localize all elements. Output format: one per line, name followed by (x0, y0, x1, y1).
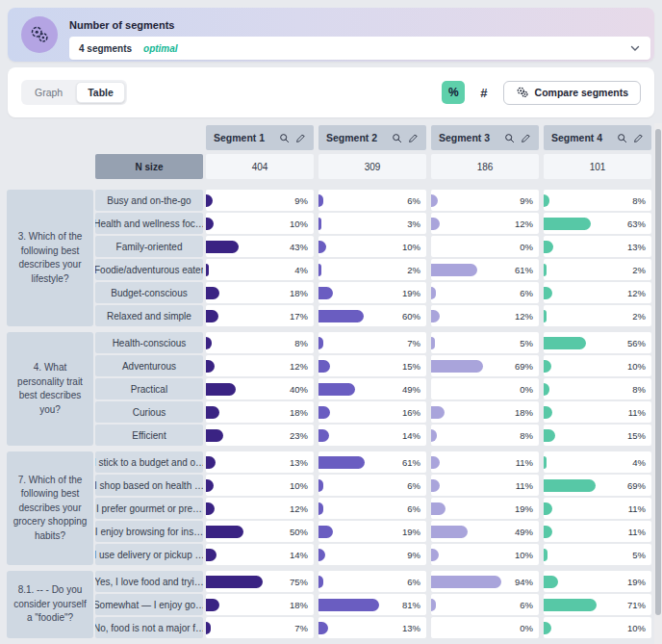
question-cell: 8.1. -- - Do you consider yourself a "fo… (7, 571, 93, 638)
search-icon[interactable] (279, 133, 290, 143)
bar (431, 576, 501, 588)
percent-cell: 11% (544, 498, 651, 519)
percent-value: 6% (407, 480, 420, 491)
segments-badge (21, 16, 58, 53)
number-of-segments-card: Number of segments 4 segments optimal (8, 8, 654, 62)
percent-cell: 4% (544, 451, 651, 473)
toggle-graph[interactable]: Graph (23, 82, 74, 103)
percent-value: 12% (515, 219, 533, 229)
percent-cell: 10% (206, 475, 314, 496)
percent-value: 8% (632, 384, 646, 395)
row-label: I enjoy browsing for ins… (95, 521, 203, 542)
percent-value: 12% (290, 503, 308, 514)
bar (318, 218, 321, 230)
bar (206, 479, 214, 492)
percent-value: 10% (627, 361, 646, 372)
percent-value: 0% (520, 242, 533, 252)
percent-value: 4% (294, 265, 308, 275)
bar (544, 576, 558, 588)
percent-cell: 19% (318, 282, 426, 303)
percent-value: 61% (402, 457, 420, 468)
bar (206, 287, 219, 299)
row-label: Busy and on-the-go (95, 190, 203, 211)
percent-cell: 5% (544, 544, 651, 565)
n-size-value: 101 (544, 154, 651, 179)
percent-value: 11% (628, 503, 646, 514)
segment-header: Segment 3 (431, 125, 539, 150)
percent-cell: 10% (544, 617, 651, 638)
compare-segments-button[interactable]: Compare segments (503, 81, 641, 105)
bar (206, 502, 215, 515)
percent-value: 13% (402, 623, 420, 633)
edit-icon[interactable] (408, 133, 419, 143)
table-row: Somewhat — I enjoy go…18%81%6%71% (95, 594, 656, 615)
row-label: Foodie/adventurous eater (95, 259, 203, 280)
segment-header-row: Segment 1Segment 2Segment 3Segment 4 (7, 125, 662, 150)
edit-icon[interactable] (521, 133, 531, 143)
percent-value: 10% (627, 623, 646, 633)
group-rows: Yes, I love food and tryi…75%6%94%19%Som… (95, 571, 656, 638)
search-icon[interactable] (504, 133, 515, 143)
percent-cell: 15% (318, 355, 426, 376)
bar (544, 429, 555, 442)
percent-cell: 63% (544, 213, 651, 234)
row-label: I stick to a budget and o… (95, 451, 203, 473)
segment-name: Segment 2 (326, 132, 377, 143)
percent-cell: 17% (206, 305, 314, 326)
edit-icon[interactable] (633, 133, 644, 143)
search-icon[interactable] (617, 133, 627, 143)
vertical-scrollbar-track[interactable] (654, 123, 662, 644)
percent-value: 9% (407, 550, 420, 560)
search-icon[interactable] (392, 133, 402, 143)
percent-value: 19% (402, 527, 420, 537)
bar (431, 599, 436, 611)
edit-icon[interactable] (295, 133, 306, 143)
percent-value: 6% (407, 195, 420, 206)
table-row: I shop based on health …10%6%11%69% (95, 475, 656, 496)
bar (544, 287, 552, 299)
percent-mode-button[interactable]: % (442, 81, 465, 104)
percent-value: 13% (627, 242, 646, 252)
percent-value: 2% (632, 265, 646, 275)
percent-value: 19% (515, 503, 533, 514)
percent-cell: 6% (318, 498, 426, 519)
percent-value: 5% (520, 338, 533, 348)
percent-cell: 71% (544, 594, 651, 615)
percent-cell: 94% (431, 571, 539, 592)
percent-value: 11% (516, 480, 533, 491)
percent-cell: 11% (431, 451, 539, 473)
segment-header: Segment 1 (206, 125, 314, 150)
percent-value: 18% (290, 288, 308, 298)
bar (431, 218, 440, 230)
n-size-value: 404 (206, 154, 314, 179)
percent-cell: 50% (206, 521, 314, 542)
percent-cell: 10% (206, 213, 314, 234)
percent-cell: 8% (544, 378, 651, 399)
n-size-row: N size404309186101 (7, 154, 662, 179)
table-row: Yes, I love food and tryi…75%6%94%19% (95, 571, 656, 592)
toggle-table[interactable]: Table (76, 82, 125, 103)
question-cell: 4. What personality trait best describes… (7, 332, 93, 446)
percent-cell: 23% (206, 425, 314, 446)
segments-dropdown[interactable]: 4 segments optimal (69, 37, 650, 60)
bar (544, 241, 553, 253)
percent-cell: 8% (206, 332, 314, 353)
percent-cell: 7% (318, 332, 426, 353)
vertical-scrollbar-thumb[interactable] (655, 129, 661, 615)
compare-segments-icon (516, 86, 529, 99)
percent-cell: 12% (431, 213, 539, 234)
percent-value: 13% (290, 457, 308, 468)
bar (206, 406, 219, 419)
bar (206, 456, 216, 469)
bar (318, 310, 364, 322)
bar (318, 502, 323, 515)
count-mode-button[interactable]: # (476, 84, 491, 102)
percent-cell: 69% (544, 475, 651, 496)
n-size-spacer (7, 154, 93, 179)
row-label: I shop based on health … (95, 475, 203, 496)
bar (318, 287, 333, 299)
percent-value: 56% (627, 338, 646, 348)
bar (318, 194, 323, 207)
segments-icon (29, 24, 50, 45)
bar (206, 310, 218, 322)
